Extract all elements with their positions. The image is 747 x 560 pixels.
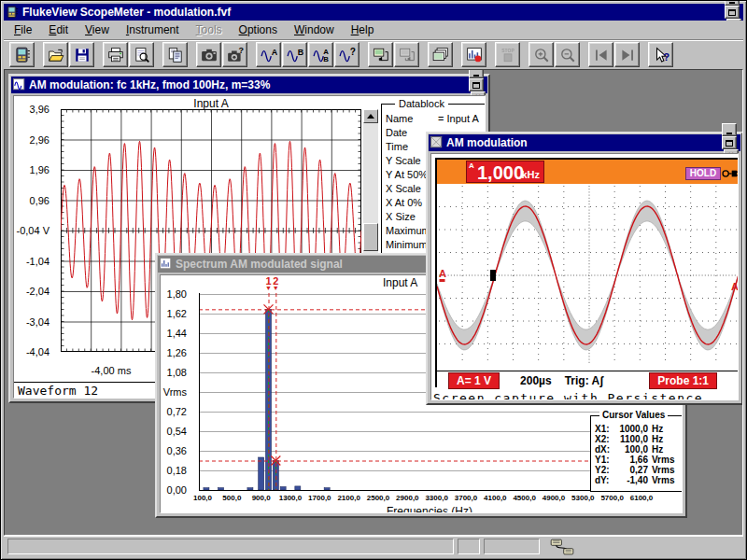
maximize-button[interactable] <box>722 136 737 149</box>
stop-recording-button: STOP <box>495 42 520 67</box>
scopemeter-icon <box>6 6 19 19</box>
y-tick-label: 0,18 <box>160 465 187 476</box>
y-tick-label: -4,04 <box>13 346 49 357</box>
menu-item-options[interactable]: Options <box>231 21 286 38</box>
svg-text:B: B <box>297 48 303 57</box>
svg-text:STOP: STOP <box>501 48 514 53</box>
cursor-value-label: dY: <box>595 475 617 485</box>
waveform-a-button[interactable]: A <box>256 42 281 67</box>
scrollbar-thumb[interactable] <box>363 223 378 251</box>
toolbar-group <box>529 42 580 67</box>
spectrum-bar <box>204 488 209 490</box>
toolbar-group: ABAB? <box>256 42 359 67</box>
y-tick-label: 2,96 <box>13 134 49 146</box>
open-file-button[interactable] <box>43 42 68 67</box>
scopemeter-button[interactable] <box>9 42 35 67</box>
probe-readout: Probe 1:1 <box>649 372 717 389</box>
y-tick-label: 0,90 Vrms <box>160 386 187 398</box>
waveform-ab-button[interactable]: AB <box>308 42 333 67</box>
scope-caption-text: Screen capture with Persistence <box>433 391 736 400</box>
cursor-value-number: 1,66 <box>617 455 648 465</box>
datablock-row: Name= Input A <box>386 112 486 126</box>
scope-screen-bezel: A 1,000 kHz HOLD AA A= 1 V 200µs Trig: A… <box>435 158 739 387</box>
send-screen-button <box>394 42 419 67</box>
cursor-value-label: dX: <box>595 444 617 455</box>
menu-item-file[interactable]: File <box>6 21 40 38</box>
maximize-icon <box>726 140 733 147</box>
camera-button[interactable] <box>196 42 221 67</box>
copy-button[interactable] <box>162 42 188 67</box>
trigger-readout: Trig: Aʃ <box>565 374 604 387</box>
camera-help-button[interactable]: ? <box>222 42 247 67</box>
maximize-button[interactable] <box>469 78 484 91</box>
x-tick-label: 6100,0 <box>621 494 662 502</box>
scrollbar-up-button[interactable] <box>363 109 378 123</box>
cursor-value-number: 1100,0 <box>617 434 648 444</box>
spectrum-bar <box>259 457 264 490</box>
frequency-readout: A 1,000 kHz <box>466 161 544 183</box>
win-scope-icon <box>430 136 444 149</box>
toolbar-group <box>9 42 35 67</box>
cursor-value-label: Y2: <box>595 465 617 475</box>
scope-header-bar: A 1,000 kHz HOLD <box>437 160 739 184</box>
get-screen-button[interactable] <box>368 42 393 67</box>
print-preview-button[interactable] <box>129 42 154 67</box>
timebase-readout: 200µs <box>520 374 552 387</box>
menu-item-help[interactable]: Help <box>343 21 383 38</box>
cursor-values-panel: Cursor Values X1:1000,0HzX2:1100,0HzdX:1… <box>590 415 683 492</box>
status-panel-2 <box>458 539 480 554</box>
zoom-out-icon <box>559 47 576 63</box>
waveform-window-titlebar[interactable]: AM modulation: fc 1kHz, fmod 100Hz, m=33… <box>11 77 487 93</box>
replay-screens-button[interactable] <box>428 42 453 67</box>
frequency-value: 1,000 <box>477 162 524 184</box>
scopemeter-icon <box>14 47 31 63</box>
toolbar-group: ? <box>196 42 247 67</box>
main-title: FlukeView ScopeMeter - modulation.fvf <box>22 6 231 19</box>
spectrum-window-icon <box>160 258 173 271</box>
spectrum-bar <box>295 486 301 490</box>
zoom-in-icon <box>533 47 550 63</box>
waveform-chart-title: Input A <box>61 97 361 110</box>
mdi-workspace: AM modulation: fc 1kHz, fmod 100Hz, m=33… <box>4 69 743 536</box>
left-channel-marker: A <box>439 268 446 279</box>
save-file-button[interactable] <box>69 42 94 67</box>
toolbar-group <box>428 42 453 67</box>
toolbar: ?ABAB?STOP? <box>4 39 743 69</box>
toolbar-group <box>588 42 640 67</box>
menu-item-view[interactable]: View <box>77 21 118 38</box>
channel-scale-readout: A= 1 V <box>448 372 500 389</box>
scope-window-titlebar[interactable]: AM modulation × <box>429 134 740 151</box>
waveform-help-button[interactable]: ? <box>334 42 359 67</box>
print-button[interactable] <box>103 42 128 67</box>
minimize-button[interactable] <box>469 69 484 78</box>
menu-item-edit[interactable]: Edit <box>40 21 77 38</box>
scope-window-icon <box>430 136 444 149</box>
minimize-button[interactable] <box>722 123 737 136</box>
first-screen-button <box>588 42 613 67</box>
y-tick-label: 1,26 <box>160 347 187 358</box>
win-spectrum-icon <box>160 258 173 271</box>
svg-text:?: ? <box>238 47 244 55</box>
menu-item-tools[interactable]: Tools <box>188 21 231 38</box>
menu-item-instrument[interactable]: Instrument <box>118 21 188 38</box>
menu-item-window[interactable]: Window <box>286 21 343 38</box>
cursor-value-unit: Vrms <box>648 455 678 465</box>
maximize-button[interactable] <box>725 6 740 19</box>
spectrum-bar <box>280 487 286 491</box>
y-tick-label: 1,62 <box>160 308 187 319</box>
minimize-icon <box>473 75 479 77</box>
camera-help-icon: ? <box>227 47 244 63</box>
last-screen-icon <box>619 47 636 63</box>
cursor-value-unit: Hz <box>648 424 678 434</box>
context-help-button[interactable]: ? <box>648 42 673 67</box>
print-icon <box>107 47 124 63</box>
waveform-b-button[interactable]: B <box>282 42 307 67</box>
first-screen-icon <box>593 47 610 63</box>
main-titlebar: FlukeView ScopeMeter - modulation.fvf × <box>4 4 743 21</box>
minimize-icon <box>726 133 732 134</box>
app-icon <box>6 6 19 19</box>
cursor-values-rows: X1:1000,0HzX2:1100,0HzdX:100,0HzY1:1,66V… <box>595 424 678 485</box>
scope-window: AM modulation × A 1,000 kHz HOLD AA <box>426 132 743 405</box>
cursor-value-row: X2:1100,0Hz <box>595 434 678 444</box>
spectrum-button[interactable] <box>461 42 486 67</box>
